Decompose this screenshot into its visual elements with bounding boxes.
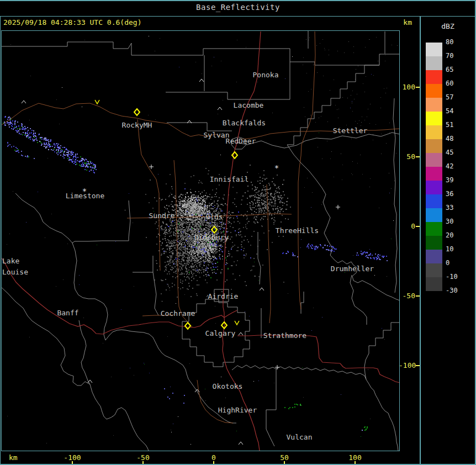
info-bar: 2025/09/18 04:28:33 UTC 0.6(deg) km	[3, 18, 417, 29]
y-tick	[416, 226, 420, 227]
radar-map[interactable]: PonokaLacombeBlackfaldsSylvanRedDeerStet…	[2, 31, 399, 451]
y-tick	[416, 365, 420, 366]
caret-marker	[260, 288, 264, 290]
scale-swatch	[426, 84, 442, 98]
panel-divider	[420, 17, 421, 465]
city-label: Strathmore	[263, 331, 306, 340]
city-label: Okotoks	[213, 382, 243, 390]
city-label: Airdrie	[208, 292, 239, 300]
scale-label: 39	[446, 176, 468, 184]
scale-label: 54	[446, 107, 468, 115]
scale-label: 57	[446, 93, 468, 101]
y-tick	[416, 295, 420, 297]
scale-swatch	[426, 208, 442, 222]
caret-marker	[218, 107, 222, 110]
scale-swatch	[426, 277, 442, 291]
city-label: Stettler	[333, 126, 368, 135]
city-label: Cochrane	[161, 309, 195, 318]
window-title: Base_Reflectivity	[196, 3, 280, 12]
plus-marker	[336, 205, 340, 209]
x-tick	[142, 461, 144, 464]
x-tick-label: 0	[211, 453, 216, 462]
scale-swatch	[426, 153, 442, 167]
y-tick-label: -100	[399, 361, 415, 369]
x-tick	[284, 461, 285, 464]
scale-label: 48	[446, 135, 468, 142]
y-tick-label: 50	[399, 152, 415, 161]
city-label: Drumheller	[331, 265, 374, 273]
city-label: Sundre	[149, 212, 175, 220]
scale-label: 10	[446, 245, 468, 253]
title-divider	[0, 16, 476, 17]
x-tick-label: 50	[280, 453, 289, 462]
x-tick	[355, 461, 356, 464]
city-label: ThreeHills	[276, 226, 319, 235]
diamond-marker	[185, 323, 191, 329]
scale-label: 45	[446, 149, 468, 156]
scale-swatch	[426, 263, 442, 277]
x-axis-unit: km	[9, 453, 18, 462]
scale-swatch	[426, 112, 442, 125]
scale-swatch	[426, 194, 442, 208]
diamond-marker	[232, 152, 237, 158]
caret-marker	[239, 332, 243, 335]
city-label: Didsbury	[194, 233, 229, 241]
scale-swatch	[426, 250, 442, 263]
y-tick	[416, 156, 420, 157]
scale-swatch	[426, 139, 442, 153]
scale-label: 36	[446, 190, 468, 198]
left-border	[0, 16, 1, 465]
city-label: RockyMH	[122, 121, 152, 129]
diamond-marker	[134, 109, 140, 115]
x-tick-label: 100	[348, 453, 361, 462]
city-label: Blackfalds	[223, 119, 266, 127]
title-bar: Base_Reflectivity	[0, 0, 476, 14]
x-tick	[213, 461, 214, 464]
scale-label: 20	[446, 231, 468, 239]
scale-label: 30	[446, 218, 468, 225]
scale-swatch	[426, 125, 442, 139]
city-label: Banff	[57, 309, 78, 317]
plus-marker	[149, 165, 154, 169]
scale-label: -30	[446, 287, 468, 294]
scale-label: 0	[446, 259, 468, 267]
y-axis-unit: km	[403, 18, 412, 27]
x-tick-label: -100	[64, 453, 81, 462]
scale-swatch	[426, 181, 442, 194]
scale-label: -10	[446, 273, 468, 281]
scale-label: 60	[446, 80, 468, 87]
scale-swatch	[426, 167, 442, 181]
y-tick-label: 100	[399, 83, 415, 91]
city-label: Olds	[205, 213, 223, 221]
x-tick-label: -50	[136, 453, 149, 462]
caret-marker	[239, 442, 243, 445]
star-marker: *	[82, 187, 87, 195]
city-label: Innisfail	[210, 175, 248, 183]
scale-swatch	[426, 56, 442, 70]
scale-swatch	[426, 70, 442, 84]
city-label: Lake	[2, 257, 19, 265]
y-tick-label: 0	[399, 222, 415, 230]
scale-swatch	[426, 236, 442, 250]
y-tick	[416, 87, 420, 88]
scale-swatch	[426, 98, 442, 112]
scale-title: dBZ	[431, 22, 465, 30]
radar-viewer-window: Base_Reflectivity 2025/09/18 04:28:33 UT…	[0, 0, 476, 465]
y-tick-label: -50	[399, 292, 415, 300]
city-label: Louise	[2, 268, 28, 276]
city-label: Vulcan	[287, 433, 313, 441]
timestamp-text: 2025/09/18 04:28:33 UTC 0.6(deg)	[3, 18, 141, 27]
scale-label: 80	[446, 38, 468, 46]
city-label: Calgary	[205, 329, 236, 337]
city-label: HighRiver	[218, 406, 257, 414]
scale-swatch	[426, 43, 442, 56]
city-label: RedDeer	[226, 137, 256, 145]
scale-label: 51	[446, 121, 468, 129]
scale-label: 70	[446, 52, 468, 60]
caret-marker	[22, 101, 26, 103]
city-label: Lacombe	[234, 101, 264, 109]
v-marker	[235, 321, 239, 325]
star-marker: *	[274, 163, 279, 172]
scale-label: 42	[446, 162, 468, 170]
caret-marker	[199, 79, 204, 82]
